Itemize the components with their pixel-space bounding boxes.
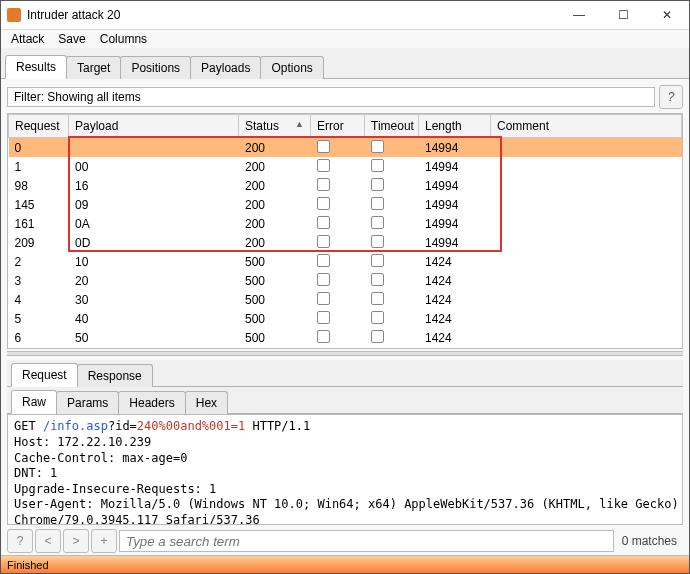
cell-request: 2: [9, 252, 69, 271]
cell-error: [311, 309, 365, 328]
cell-comment: [491, 347, 682, 348]
cell-request: 98: [9, 176, 69, 195]
cell-timeout: [365, 328, 419, 347]
cell-status: 500: [239, 309, 311, 328]
search-input[interactable]: [119, 530, 614, 552]
close-button[interactable]: ✕: [645, 1, 689, 29]
menu-columns[interactable]: Columns: [94, 30, 153, 48]
tab-hex[interactable]: Hex: [185, 391, 228, 414]
cell-comment: [491, 138, 682, 158]
checkbox-icon: [371, 254, 384, 267]
table-row[interactable]: 10020014994: [9, 157, 682, 176]
search-help-button[interactable]: ?: [7, 529, 33, 553]
minimize-button[interactable]: —: [557, 1, 601, 29]
menu-save[interactable]: Save: [52, 30, 91, 48]
col-error[interactable]: Error: [311, 115, 365, 138]
cell-request: 7: [9, 347, 69, 348]
checkbox-icon: [317, 197, 330, 210]
checkbox-icon: [371, 216, 384, 229]
cell-payload: 0A: [69, 214, 239, 233]
search-prev-button[interactable]: <: [35, 529, 61, 553]
cell-request: 3: [9, 271, 69, 290]
tab-positions[interactable]: Positions: [120, 56, 191, 79]
table-row[interactable]: 4305001424: [9, 290, 682, 309]
cell-timeout: [365, 252, 419, 271]
col-request[interactable]: Request: [9, 115, 69, 138]
tab-target[interactable]: Target: [66, 56, 121, 79]
table-row[interactable]: 2105001424: [9, 252, 682, 271]
cell-length: 1424: [419, 347, 491, 348]
cell-payload: 0D: [69, 233, 239, 252]
cell-error: [311, 214, 365, 233]
table-row[interactable]: 981620014994: [9, 176, 682, 195]
tab-headers[interactable]: Headers: [118, 391, 185, 414]
menu-attack[interactable]: Attack: [5, 30, 50, 48]
cell-comment: [491, 309, 682, 328]
request-raw-view[interactable]: GET /info.asp?id=240%00and%001=1 HTTP/1.…: [7, 414, 683, 525]
table-row[interactable]: 020014994: [9, 138, 682, 158]
cell-error: [311, 157, 365, 176]
cell-comment: [491, 290, 682, 309]
checkbox-icon: [371, 292, 384, 305]
cell-status: 500: [239, 252, 311, 271]
tab-payloads[interactable]: Payloads: [190, 56, 261, 79]
app-icon: [7, 8, 21, 22]
tab-results[interactable]: Results: [5, 55, 67, 79]
col-payload[interactable]: Payload: [69, 115, 239, 138]
col-status[interactable]: Status▲: [239, 115, 311, 138]
search-add-button[interactable]: +: [91, 529, 117, 553]
tab-options[interactable]: Options: [260, 56, 323, 79]
filter-input[interactable]: Filter: Showing all items: [7, 87, 655, 107]
table-row[interactable]: 1450920014994: [9, 195, 682, 214]
table-row[interactable]: 2090D20014994: [9, 233, 682, 252]
checkbox-icon: [371, 178, 384, 191]
status-bar: Finished: [1, 555, 689, 573]
cell-status: 500: [239, 328, 311, 347]
cell-request: 161: [9, 214, 69, 233]
cell-length: 14994: [419, 195, 491, 214]
help-button[interactable]: ?: [659, 85, 683, 109]
table-row[interactable]: 5405001424: [9, 309, 682, 328]
cell-comment: [491, 214, 682, 233]
cell-length: 1424: [419, 252, 491, 271]
table-header-row: Request Payload Status▲ Error Timeout Le…: [9, 115, 682, 138]
splitter[interactable]: [7, 351, 683, 357]
cell-timeout: [365, 157, 419, 176]
col-timeout[interactable]: Timeout: [365, 115, 419, 138]
checkbox-icon: [371, 311, 384, 324]
table-row[interactable]: 7605001424: [9, 347, 682, 348]
cell-timeout: [365, 214, 419, 233]
cell-status: 500: [239, 271, 311, 290]
cell-length: 1424: [419, 328, 491, 347]
cell-payload: 50: [69, 328, 239, 347]
window-title: Intruder attack 20: [27, 8, 557, 22]
table-row[interactable]: 3205001424: [9, 271, 682, 290]
cell-payload: 10: [69, 252, 239, 271]
cell-comment: [491, 252, 682, 271]
tab-request[interactable]: Request: [11, 363, 78, 387]
checkbox-icon: [371, 330, 384, 343]
maximize-button[interactable]: ☐: [601, 1, 645, 29]
tab-raw[interactable]: Raw: [11, 390, 57, 414]
cell-error: [311, 290, 365, 309]
cell-request: 6: [9, 328, 69, 347]
sort-asc-icon: ▲: [295, 119, 304, 129]
search-matches: 0 matches: [616, 534, 683, 548]
table-row[interactable]: 1610A20014994: [9, 214, 682, 233]
checkbox-icon: [317, 235, 330, 248]
cell-length: 14994: [419, 138, 491, 158]
col-length[interactable]: Length: [419, 115, 491, 138]
tab-response[interactable]: Response: [77, 364, 153, 387]
cell-comment: [491, 157, 682, 176]
cell-payload: [69, 138, 239, 158]
tab-params[interactable]: Params: [56, 391, 119, 414]
cell-comment: [491, 271, 682, 290]
cell-error: [311, 195, 365, 214]
cell-status: 200: [239, 157, 311, 176]
table-row[interactable]: 6505001424: [9, 328, 682, 347]
checkbox-icon: [371, 235, 384, 248]
col-comment[interactable]: Comment: [491, 115, 682, 138]
menu-bar: Attack Save Columns: [1, 30, 689, 48]
cell-payload: 09: [69, 195, 239, 214]
search-next-button[interactable]: >: [63, 529, 89, 553]
